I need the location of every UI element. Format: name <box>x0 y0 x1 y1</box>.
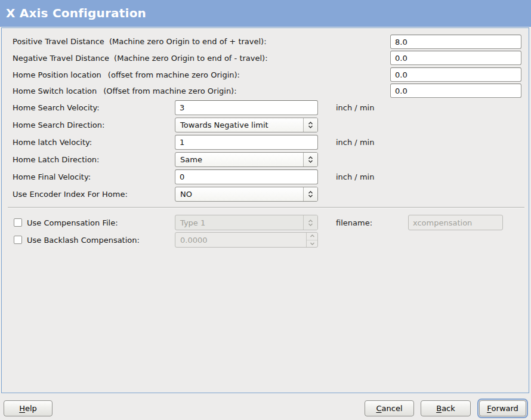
chevron-up-down-icon <box>303 215 317 230</box>
row-negative-travel: Negative Travel Distance (Machine zero O… <box>13 51 268 65</box>
home-position-hint: (offset from machine zero Origin): <box>108 70 240 79</box>
use-backlash-checkbox[interactable] <box>14 236 22 244</box>
spinbox-value: 0.0000 <box>175 233 306 247</box>
home-latch-velocity-label: Home latch Velocity: <box>13 135 92 150</box>
page-title: X Axis Configuration <box>6 0 146 27</box>
chevron-up-down-icon <box>303 153 317 166</box>
use-compensation-file-checkbox[interactable] <box>14 218 22 227</box>
home-search-direction-label: Home Search Direction: <box>13 118 104 132</box>
combo-selected-value: NO <box>175 187 303 201</box>
home-latch-direction-combo[interactable]: Same <box>175 152 318 167</box>
compensation-filename-entry[interactable] <box>408 215 503 230</box>
use-compensation-file-label: Use Compensation File: <box>27 218 118 227</box>
negative-travel-label: Negative Travel Distance <box>13 54 109 63</box>
home-final-velocity-label: Home Final Velocity: <box>13 169 91 184</box>
home-switch-entry[interactable] <box>390 84 521 98</box>
home-search-direction-combo[interactable]: Towards Negative limit <box>175 118 318 132</box>
home-latch-velocity-entry[interactable] <box>175 135 318 150</box>
encoder-index-combo[interactable]: NO <box>175 187 318 202</box>
cancel-button[interactable]: Cancel <box>365 400 414 416</box>
combo-selected-value: Type 1 <box>175 215 303 230</box>
chevron-down-icon[interactable] <box>307 240 317 248</box>
help-button[interactable]: Help <box>4 400 53 416</box>
home-position-entry[interactable] <box>390 67 521 82</box>
home-search-velocity-unit: inch / min <box>336 100 374 115</box>
use-backlash-row: Use Backlash Compensation: <box>14 232 140 248</box>
backlash-spinbox[interactable]: 0.0000 <box>175 232 318 248</box>
combo-selected-value: Towards Negative limit <box>175 118 303 132</box>
row-home-position: Home Position location (offset from mach… <box>13 67 240 82</box>
x-axis-configuration-dialog: X Axis Configuration Positive Travel Dis… <box>0 0 531 420</box>
home-latch-direction-label: Home Latch Direction: <box>13 152 99 167</box>
home-position-label: Home Position location <box>13 70 101 79</box>
dialog-header: X Axis Configuration <box>0 0 531 27</box>
negative-travel-hint: (Machine zero Origin to end of - travel)… <box>114 54 267 63</box>
row-home-switch: Home Switch location (Offset from machin… <box>13 84 237 98</box>
positive-travel-hint: (Machine zero Origin to end of + travel)… <box>109 37 267 46</box>
home-switch-hint: (Offset from machine zero Origin): <box>103 87 236 95</box>
filename-label: filename: <box>336 215 372 230</box>
home-final-velocity-entry[interactable] <box>175 169 318 184</box>
encoder-index-label: Use Encoder Index For Home: <box>13 187 128 202</box>
forward-button[interactable]: Forward <box>479 400 526 416</box>
home-switch-label: Home Switch location <box>13 87 97 95</box>
row-positive-travel: Positive Travel Distance (Machine zero O… <box>13 34 267 48</box>
home-search-velocity-entry[interactable] <box>175 100 318 115</box>
home-final-velocity-unit: inch / min <box>336 169 374 184</box>
spin-buttons[interactable] <box>306 233 317 247</box>
home-search-velocity-label: Home Search Velocity: <box>13 100 100 115</box>
use-compensation-file-row: Use Compensation File: <box>14 215 118 230</box>
content-frame: Positive Travel Distance (Machine zero O… <box>1 27 529 393</box>
chevron-up-down-icon <box>303 187 317 201</box>
negative-travel-distance-entry[interactable] <box>390 51 521 65</box>
chevron-up-icon[interactable] <box>307 233 317 240</box>
positive-travel-label: Positive Travel Distance <box>13 37 104 46</box>
use-backlash-label: Use Backlash Compensation: <box>27 236 140 245</box>
combo-selected-value: Same <box>175 153 303 166</box>
back-button[interactable]: Back <box>421 400 471 416</box>
compensation-type-combo[interactable]: Type 1 <box>175 215 318 230</box>
home-latch-velocity-unit: inch / min <box>336 135 374 150</box>
chevron-up-down-icon <box>303 118 317 132</box>
section-divider <box>8 207 524 208</box>
positive-travel-distance-entry[interactable] <box>390 35 521 49</box>
